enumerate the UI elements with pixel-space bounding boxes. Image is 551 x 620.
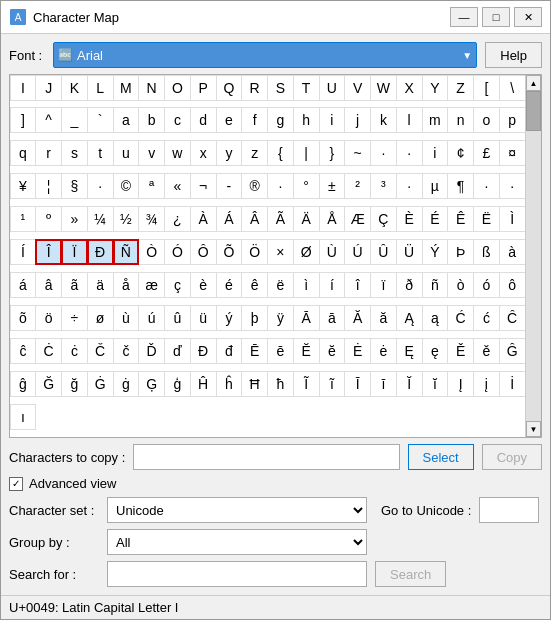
char-cell[interactable]: Ą (396, 305, 423, 331)
char-cell[interactable]: w (164, 140, 191, 166)
char-cell[interactable]: Ó (164, 239, 191, 265)
char-cell[interactable]: ¼ (87, 206, 114, 232)
char-cell[interactable]: Č (87, 338, 114, 364)
char-cell[interactable]: | (293, 140, 320, 166)
char-cell[interactable]: Ð (87, 239, 114, 265)
char-cell[interactable]: ½ (113, 206, 140, 232)
char-cell[interactable]: ¥ (10, 173, 36, 199)
char-cell[interactable]: s (61, 140, 88, 166)
char-cell[interactable]: æ (138, 272, 165, 298)
char-cell[interactable]: ì (293, 272, 320, 298)
char-cell[interactable]: Ĥ (190, 371, 217, 397)
char-cell[interactable]: ê (241, 272, 268, 298)
char-cell[interactable]: Ö (241, 239, 268, 265)
char-cell[interactable]: W (370, 75, 397, 101)
char-cell[interactable]: î (344, 272, 371, 298)
char-cell[interactable]: ú (138, 305, 165, 331)
char-cell[interactable]: p (499, 107, 525, 133)
char-cell[interactable]: Á (216, 206, 243, 232)
char-cell[interactable]: Ĕ (293, 338, 320, 364)
char-cell[interactable]: ® (241, 173, 268, 199)
char-cell[interactable]: · (267, 173, 294, 199)
char-cell[interactable]: ü (190, 305, 217, 331)
char-cell[interactable]: â (35, 272, 62, 298)
char-cell[interactable]: ù (113, 305, 140, 331)
char-cell[interactable]: Å (319, 206, 346, 232)
char-cell[interactable]: S (267, 75, 294, 101)
char-cell[interactable]: a (113, 107, 140, 133)
char-cell[interactable]: Ġ (87, 371, 114, 397)
char-cell[interactable]: · (87, 173, 114, 199)
char-cell[interactable]: ð (396, 272, 423, 298)
char-cell[interactable]: c (164, 107, 191, 133)
char-cell[interactable]: x (190, 140, 217, 166)
char-cell[interactable]: Ħ (241, 371, 268, 397)
char-cell[interactable]: n (447, 107, 474, 133)
char-cell[interactable]: Ì (499, 206, 525, 232)
char-cell[interactable]: ç (164, 272, 191, 298)
char-cell[interactable]: Ě (447, 338, 474, 364)
char-cell[interactable]: U (319, 75, 346, 101)
char-cell[interactable]: Ă (344, 305, 371, 331)
char-cell[interactable]: £ (473, 140, 500, 166)
char-cell[interactable]: Ė (344, 338, 371, 364)
char-cell[interactable]: K (61, 75, 88, 101)
scrollbar-thumb[interactable] (526, 91, 541, 131)
char-cell[interactable]: Þ (447, 239, 474, 265)
char-cell[interactable]: Ë (473, 206, 500, 232)
char-cell[interactable]: ` (87, 107, 114, 133)
char-cell[interactable]: ä (87, 272, 114, 298)
char-cell[interactable]: ĉ (10, 338, 36, 364)
char-cell[interactable]: Ģ (138, 371, 165, 397)
char-cell[interactable]: J (35, 75, 62, 101)
char-cell[interactable]: Õ (216, 239, 243, 265)
char-cell[interactable]: O (164, 75, 191, 101)
char-cell[interactable]: ª (138, 173, 165, 199)
char-cell[interactable]: ã (61, 272, 88, 298)
char-cell[interactable]: N (138, 75, 165, 101)
char-cell[interactable]: Ç (370, 206, 397, 232)
char-cell[interactable]: ĥ (216, 371, 243, 397)
char-cell[interactable]: Ý (422, 239, 449, 265)
search-button[interactable]: Search (375, 561, 446, 587)
char-cell[interactable]: j (344, 107, 371, 133)
char-cell[interactable]: ě (473, 338, 500, 364)
char-cell[interactable]: ¤ (499, 140, 525, 166)
char-cell[interactable]: Î (35, 239, 62, 265)
char-cell[interactable]: ė (370, 338, 397, 364)
char-cell[interactable]: u (113, 140, 140, 166)
char-cell[interactable]: Ê (447, 206, 474, 232)
char-cell[interactable]: ħ (267, 371, 294, 397)
char-cell[interactable]: ~ (344, 140, 371, 166)
char-cell[interactable]: đ (216, 338, 243, 364)
char-cell[interactable]: d (190, 107, 217, 133)
char-cell[interactable]: ă (370, 305, 397, 331)
search-for-input[interactable] (107, 561, 367, 587)
char-cell[interactable]: q (10, 140, 36, 166)
char-cell[interactable]: Į (447, 371, 474, 397)
char-cell[interactable]: M (113, 75, 140, 101)
char-cell[interactable]: ¾ (138, 206, 165, 232)
char-cell[interactable]: Ď (138, 338, 165, 364)
char-cell[interactable]: X (396, 75, 423, 101)
char-cell[interactable]: ò (447, 272, 474, 298)
char-cell[interactable]: Ü (396, 239, 423, 265)
char-cell[interactable]: ÿ (267, 305, 294, 331)
char-cell[interactable]: k (370, 107, 397, 133)
close-button[interactable]: ✕ (514, 7, 542, 27)
char-cell[interactable]: l (396, 107, 423, 133)
char-cell[interactable]: Ô (190, 239, 217, 265)
char-cell[interactable]: e (216, 107, 243, 133)
char-cell[interactable]: o (473, 107, 500, 133)
char-cell[interactable]: Ø (293, 239, 320, 265)
char-cell[interactable]: į (473, 371, 500, 397)
go-to-unicode-input[interactable] (479, 497, 539, 523)
char-cell[interactable]: ¢ (447, 140, 474, 166)
char-cell[interactable]: ¶ (447, 173, 474, 199)
char-cell[interactable]: Q (216, 75, 243, 101)
char-cell[interactable]: ı (10, 404, 36, 430)
help-button[interactable]: Help (485, 42, 542, 68)
char-cell[interactable]: Đ (190, 338, 217, 364)
char-cell[interactable]: v (138, 140, 165, 166)
char-cell[interactable]: ó (473, 272, 500, 298)
